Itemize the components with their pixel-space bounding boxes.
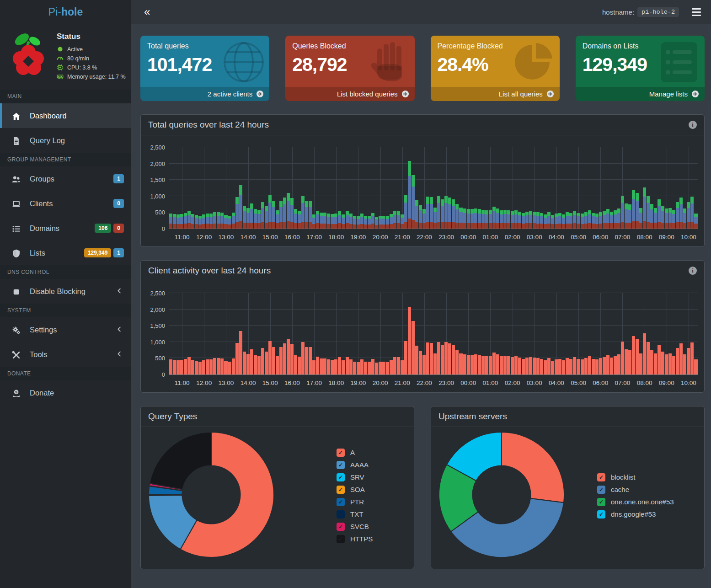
bar-segment-red_bottom [371,224,374,229]
legend-item-AAAA[interactable]: ✓AAAA [337,461,373,469]
bar-segment-blue_mid [584,216,588,223]
legend-item-SOA[interactable]: ✓SOA [337,486,373,494]
home-icon [11,112,21,120]
sidebar-item-groups[interactable]: Groups1 [0,166,131,191]
legend-item-TXT[interactable]: ✓TXT [337,510,373,519]
sidebar-item-lists[interactable]: Lists129,3491 [0,241,131,265]
bar-segment [390,360,393,374]
query-bar [184,359,187,374]
query-bar [503,356,507,374]
card-footer-link[interactable]: Manage lists [576,87,705,101]
bar-segment-green_top [507,210,510,214]
sidebar-item-domains[interactable]: Domains1060 [0,216,131,241]
query-bar [588,356,591,374]
sidebar-item-dashboard[interactable]: Dashboard [0,103,131,128]
bar-segment [202,360,205,374]
sidebar-item-tools[interactable]: Tools [0,342,131,367]
query-bar [584,212,588,229]
query-bar [422,355,426,374]
bar-segment-blue_mid [617,213,620,223]
brand[interactable]: Pi-hole [0,0,131,24]
bar-segment-red_bottom [206,224,209,229]
legend-item-cache[interactable]: ✓cache [597,486,674,494]
bar-segment-green_top [323,213,326,216]
bar-segment-red_bottom [617,223,620,229]
hamburger-icon[interactable] [691,6,702,18]
x-tick-label: 06:00 [593,380,608,386]
bar-segment-red_bottom [169,224,172,229]
sidebar-item-disable-blocking[interactable]: Disable Blocking [0,279,131,304]
x-tick-label: 00:00 [460,380,476,386]
query-bar [265,206,268,229]
legend-item-dns.google#53[interactable]: ✓dns.google#53 [597,510,674,519]
bar-segment [540,359,543,374]
bar-segment [283,343,286,374]
info-icon[interactable]: i [689,267,697,275]
legend-item-one.one.one.one#53[interactable]: ✓one.one.one.one#53 [597,498,674,506]
query-bar [386,362,389,374]
query-bar [305,201,308,229]
legend-item-blocklist[interactable]: ✓blocklist [597,473,674,481]
query-bar [577,213,580,229]
sidebar-item-query-log[interactable]: Query Log [0,128,131,153]
query-bar [492,353,496,374]
bar-segment-red_bottom [540,224,543,229]
bar-segment-blue_mid [323,216,326,224]
card-footer-link[interactable]: 2 active clients [140,87,269,101]
query-bar [415,200,418,229]
bar-segment-green_top [250,203,253,209]
query-bar [481,210,485,229]
info-icon[interactable]: i [689,121,697,129]
bar-segment-green_top [632,190,635,199]
laptop-icon [11,199,21,208]
legend-label: SOA [350,486,365,493]
query-bar [404,195,407,229]
legend-item-A[interactable]: ✓A [337,449,373,457]
query-bar [206,214,209,229]
sidebar-item-clients[interactable]: Clients0 [0,191,131,216]
card-footer-link[interactable]: List blocked queries [285,87,414,101]
bar-segment [467,355,470,374]
bar-segment [668,353,672,374]
bar-segment [621,342,624,374]
query-bar [327,359,330,374]
bar-segment-blue_mid [232,216,235,224]
bar-segment-green_top [628,204,631,210]
query-bar [544,360,547,374]
sidebar-item-label: Tools [30,350,48,359]
sidebar-collapse-icon[interactable]: « [144,6,150,17]
bar-segment-red_bottom [243,223,246,229]
bar-segment-red_bottom [191,224,194,229]
query-bar [643,333,646,374]
query-bar [562,214,565,229]
arrow-circle-icon [691,90,699,98]
x-tick-label: 22:00 [417,380,432,386]
legend-item-SRV[interactable]: ✓SRV [337,473,373,481]
query-bar [224,215,227,229]
bar-segment-blue_mid [467,214,470,223]
legend-label: one.one.one.one#53 [611,498,674,506]
legend-item-SVCB[interactable]: ✓SVCB [337,523,373,531]
sidebar-item-settings[interactable]: Settings [0,317,131,342]
legend-item-PTR[interactable]: ✓PTR [337,498,373,506]
bar-segment-blue_mid [679,204,683,222]
bar-segment [342,360,345,374]
legend-item-HTTPS[interactable]: ✓HTTPS [337,535,373,543]
bar-segment-red_bottom [661,223,664,229]
bar-segment [309,347,312,375]
bar-segment-blue_mid [353,219,356,225]
status-item: Memory usage: 11.7 % [57,73,126,80]
bar-segment-green_top [430,197,433,204]
bar-segment-red_bottom [672,223,675,229]
card-footer-link[interactable]: List all queries [431,87,560,101]
bar-segment-red_bottom [614,223,617,229]
query-bar [540,359,543,374]
bar-segment-red_bottom [558,224,561,229]
query-bar [694,359,697,375]
sidebar-item-donate[interactable]: $Donate [0,380,131,405]
checkbox-icon: ✓ [337,510,345,519]
query-bar [349,214,353,229]
query-bar [191,214,194,229]
bar-segment-red_bottom [441,222,444,229]
bar-segment-green_top [235,197,239,204]
